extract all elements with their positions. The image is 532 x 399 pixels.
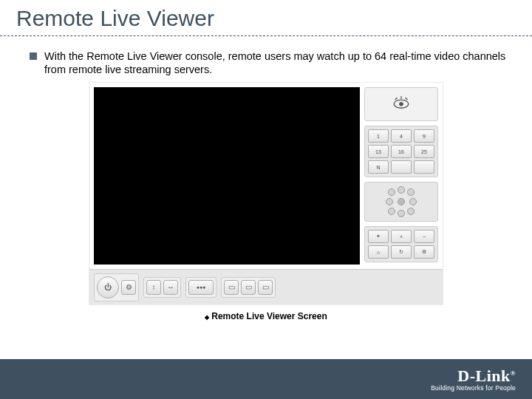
ptz-sw-button[interactable]: [388, 208, 395, 215]
scene-button[interactable]: ▭: [258, 280, 273, 295]
ptz-right-button[interactable]: [409, 198, 417, 205]
bottom-toolbar: ⏻ ⚙ ↕ ↔ ●●● ▭ ▭ ▭: [89, 269, 443, 304]
caption: ◆Remote Live Viewer Screen: [0, 305, 532, 321]
viewer-screenshot: 1 4 9 13 16 25 N: [89, 82, 443, 305]
layout-button[interactable]: [391, 160, 412, 174]
scene-button[interactable]: ▭: [241, 280, 256, 295]
video-viewport[interactable]: [94, 87, 360, 265]
ptz-se-button[interactable]: [407, 208, 415, 215]
power-group: ⏻ ⚙: [94, 273, 139, 301]
diamond-icon: ◆: [205, 314, 209, 321]
layout-button[interactable]: 1: [368, 129, 389, 143]
layout-button[interactable]: 25: [414, 145, 434, 158]
caption-text: Remote Live Viewer Screen: [211, 311, 327, 321]
ptz-down-button[interactable]: [398, 210, 405, 217]
layout-button[interactable]: [414, 160, 434, 174]
zoom-in-button[interactable]: +: [391, 230, 412, 243]
power-button[interactable]: ⏻: [97, 276, 119, 299]
layout-button[interactable]: 13: [368, 145, 389, 158]
footer: D-Link® Building Networks for People: [0, 359, 532, 399]
layout-button[interactable]: 9: [414, 129, 434, 143]
arrow-group: ↕ ↔: [143, 277, 181, 298]
home-button[interactable]: ⌂: [368, 245, 389, 259]
brand-block: D-Link® Building Networks for People: [431, 366, 516, 392]
scene-button[interactable]: ▭: [224, 280, 239, 295]
zoom-controls: ✶ + − ⌂ ↻ ⚙: [364, 226, 438, 262]
scene-group: ▭ ▭ ▭: [221, 277, 276, 298]
vertical-arrow-button[interactable]: ↕: [146, 280, 161, 295]
ptz-ne-button[interactable]: [407, 188, 415, 196]
ptz-pad: [364, 182, 438, 222]
dots-group: ●●●: [185, 277, 216, 298]
svg-point-1: [399, 102, 403, 106]
brand-logo: D-Link®: [431, 366, 516, 386]
ptz-nw-button[interactable]: [388, 188, 395, 196]
settings-button[interactable]: ⚙: [414, 245, 434, 259]
description-text: With the Remote Live Viewer console, rem…: [44, 50, 508, 76]
refresh-button[interactable]: ↻: [391, 245, 412, 259]
config-button[interactable]: ⚙: [121, 280, 136, 295]
ptz-center-button[interactable]: [398, 198, 405, 205]
ptz-left-button[interactable]: [386, 198, 393, 205]
app-logo: [364, 87, 438, 121]
ptz-up-button[interactable]: [398, 186, 405, 194]
focus-button[interactable]: ✶: [368, 230, 389, 243]
page-title: Remote Live Viewer: [0, 0, 532, 35]
layout-button[interactable]: 4: [391, 129, 412, 143]
horizontal-arrow-button[interactable]: ↔: [163, 280, 178, 295]
layout-selector: 1 4 9 13 16 25 N: [364, 126, 438, 177]
more-button[interactable]: ●●●: [188, 280, 214, 295]
layout-button[interactable]: 16: [391, 145, 412, 158]
eye-icon: [391, 95, 412, 113]
side-panel: 1 4 9 13 16 25 N: [364, 87, 438, 265]
bullet-icon: [30, 52, 37, 60]
layout-button[interactable]: N: [368, 160, 389, 174]
zoom-out-button[interactable]: −: [414, 230, 434, 243]
description-row: With the Remote Live Viewer console, rem…: [0, 36, 532, 76]
brand-tagline: Building Networks for People: [431, 384, 516, 392]
